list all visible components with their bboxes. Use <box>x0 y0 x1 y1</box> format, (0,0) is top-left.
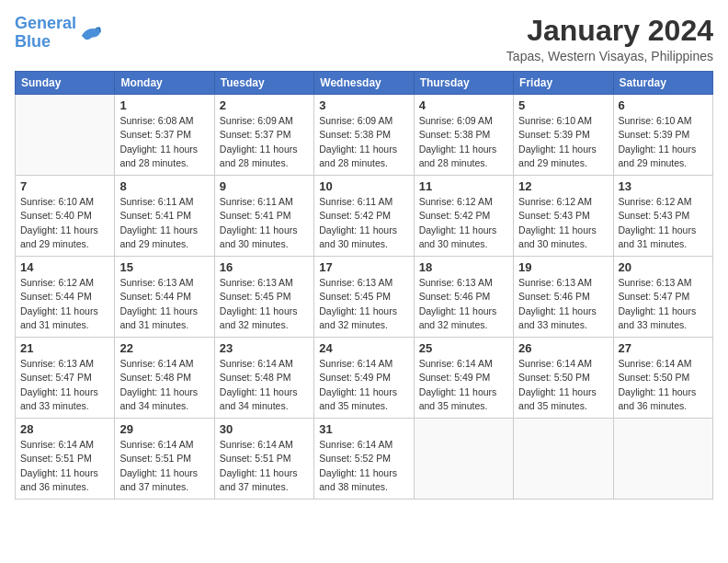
day-number: 20 <box>619 260 708 274</box>
day-number: 16 <box>220 260 309 274</box>
calendar-cell: 14Sunrise: 6:12 AMSunset: 5:44 PMDayligh… <box>16 257 115 338</box>
calendar-cell <box>514 419 613 500</box>
day-number: 29 <box>119 422 209 436</box>
day-number: 18 <box>419 260 508 274</box>
day-info: Sunrise: 6:11 AMSunset: 5:41 PMDaylight:… <box>220 195 309 251</box>
day-info: Sunrise: 6:10 AMSunset: 5:39 PMDaylight:… <box>619 114 708 170</box>
day-info: Sunrise: 6:12 AMSunset: 5:43 PMDaylight:… <box>518 195 608 251</box>
calendar-cell: 1Sunrise: 6:08 AMSunset: 5:37 PMDaylight… <box>115 95 214 176</box>
day-number: 31 <box>319 422 408 436</box>
calendar-cell: 18Sunrise: 6:13 AMSunset: 5:46 PMDayligh… <box>414 257 513 338</box>
day-info: Sunrise: 6:11 AMSunset: 5:42 PMDaylight:… <box>319 195 408 251</box>
calendar-cell: 27Sunrise: 6:14 AMSunset: 5:50 PMDayligh… <box>613 338 712 419</box>
calendar-week-row: 14Sunrise: 6:12 AMSunset: 5:44 PMDayligh… <box>16 257 713 338</box>
day-info: Sunrise: 6:12 AMSunset: 5:42 PMDaylight:… <box>419 195 508 251</box>
day-info: Sunrise: 6:10 AMSunset: 5:39 PMDaylight:… <box>518 114 608 170</box>
day-number: 19 <box>518 260 608 274</box>
calendar-table: SundayMondayTuesdayWednesdayThursdayFrid… <box>15 71 713 500</box>
calendar-cell: 2Sunrise: 6:09 AMSunset: 5:37 PMDaylight… <box>214 95 313 176</box>
calendar-cell: 21Sunrise: 6:13 AMSunset: 5:47 PMDayligh… <box>16 338 115 419</box>
day-info: Sunrise: 6:09 AMSunset: 5:38 PMDaylight:… <box>319 114 408 170</box>
day-info: Sunrise: 6:14 AMSunset: 5:48 PMDaylight:… <box>220 357 309 413</box>
day-number: 28 <box>20 422 109 436</box>
calendar-cell: 23Sunrise: 6:14 AMSunset: 5:48 PMDayligh… <box>214 338 313 419</box>
header-sunday: Sunday <box>16 72 115 95</box>
location-subtitle: Tapas, Western Visayas, Philippines <box>506 49 713 63</box>
calendar-cell: 30Sunrise: 6:14 AMSunset: 5:51 PMDayligh… <box>214 419 313 500</box>
day-info: Sunrise: 6:08 AMSunset: 5:37 PMDaylight:… <box>119 114 209 170</box>
day-number: 5 <box>518 98 608 112</box>
day-number: 13 <box>619 179 708 193</box>
calendar-cell: 16Sunrise: 6:13 AMSunset: 5:45 PMDayligh… <box>214 257 313 338</box>
day-number: 1 <box>119 98 209 112</box>
day-number: 26 <box>518 341 608 355</box>
logo-bird-icon <box>78 20 104 46</box>
day-info: Sunrise: 6:13 AMSunset: 5:47 PMDaylight:… <box>619 276 708 332</box>
header-saturday: Saturday <box>613 72 712 95</box>
day-number: 3 <box>319 98 408 112</box>
calendar-week-row: 21Sunrise: 6:13 AMSunset: 5:47 PMDayligh… <box>16 338 713 419</box>
day-info: Sunrise: 6:14 AMSunset: 5:51 PMDaylight:… <box>119 438 209 494</box>
day-info: Sunrise: 6:11 AMSunset: 5:41 PMDaylight:… <box>119 195 209 251</box>
calendar-cell: 10Sunrise: 6:11 AMSunset: 5:42 PMDayligh… <box>314 176 414 257</box>
calendar-cell <box>414 419 513 500</box>
calendar-cell: 28Sunrise: 6:14 AMSunset: 5:51 PMDayligh… <box>16 419 115 500</box>
day-info: Sunrise: 6:14 AMSunset: 5:50 PMDaylight:… <box>518 357 608 413</box>
calendar-cell <box>613 419 712 500</box>
day-info: Sunrise: 6:14 AMSunset: 5:49 PMDaylight:… <box>419 357 508 413</box>
calendar-cell: 19Sunrise: 6:13 AMSunset: 5:46 PMDayligh… <box>514 257 613 338</box>
day-number: 22 <box>119 341 209 355</box>
day-info: Sunrise: 6:14 AMSunset: 5:48 PMDaylight:… <box>119 357 209 413</box>
day-number: 6 <box>619 98 708 112</box>
logo-text: General Blue <box>15 15 76 52</box>
logo: General Blue <box>15 15 104 52</box>
calendar-week-row: 1Sunrise: 6:08 AMSunset: 5:37 PMDaylight… <box>16 95 713 176</box>
day-info: Sunrise: 6:14 AMSunset: 5:51 PMDaylight:… <box>220 438 309 494</box>
calendar-cell: 13Sunrise: 6:12 AMSunset: 5:43 PMDayligh… <box>613 176 712 257</box>
day-info: Sunrise: 6:09 AMSunset: 5:37 PMDaylight:… <box>220 114 309 170</box>
day-number: 17 <box>319 260 408 274</box>
day-info: Sunrise: 6:14 AMSunset: 5:52 PMDaylight:… <box>319 438 408 494</box>
logo-general: General <box>15 14 76 32</box>
day-info: Sunrise: 6:14 AMSunset: 5:51 PMDaylight:… <box>20 438 109 494</box>
calendar-cell: 5Sunrise: 6:10 AMSunset: 5:39 PMDaylight… <box>514 95 613 176</box>
day-info: Sunrise: 6:13 AMSunset: 5:47 PMDaylight:… <box>20 357 109 413</box>
day-number: 24 <box>319 341 408 355</box>
month-title: January 2024 <box>506 15 713 47</box>
day-info: Sunrise: 6:13 AMSunset: 5:45 PMDaylight:… <box>319 276 408 332</box>
calendar-cell: 15Sunrise: 6:13 AMSunset: 5:44 PMDayligh… <box>115 257 214 338</box>
calendar-cell <box>16 95 115 176</box>
day-number: 15 <box>119 260 209 274</box>
day-info: Sunrise: 6:13 AMSunset: 5:46 PMDaylight:… <box>518 276 608 332</box>
day-info: Sunrise: 6:13 AMSunset: 5:46 PMDaylight:… <box>419 276 508 332</box>
calendar-cell: 7Sunrise: 6:10 AMSunset: 5:40 PMDaylight… <box>16 176 115 257</box>
calendar-cell: 26Sunrise: 6:14 AMSunset: 5:50 PMDayligh… <box>514 338 613 419</box>
day-info: Sunrise: 6:10 AMSunset: 5:40 PMDaylight:… <box>20 195 109 251</box>
day-number: 12 <box>518 179 608 193</box>
day-info: Sunrise: 6:13 AMSunset: 5:45 PMDaylight:… <box>220 276 309 332</box>
day-info: Sunrise: 6:14 AMSunset: 5:50 PMDaylight:… <box>619 357 708 413</box>
day-number: 14 <box>20 260 109 274</box>
calendar-cell: 25Sunrise: 6:14 AMSunset: 5:49 PMDayligh… <box>414 338 513 419</box>
title-block: January 2024 Tapas, Western Visayas, Phi… <box>506 15 713 63</box>
day-number: 4 <box>419 98 508 112</box>
day-info: Sunrise: 6:14 AMSunset: 5:49 PMDaylight:… <box>319 357 408 413</box>
day-number: 9 <box>220 179 309 193</box>
calendar-cell: 24Sunrise: 6:14 AMSunset: 5:49 PMDayligh… <box>314 338 414 419</box>
day-number: 21 <box>20 341 109 355</box>
calendar-cell: 29Sunrise: 6:14 AMSunset: 5:51 PMDayligh… <box>115 419 214 500</box>
calendar-week-row: 28Sunrise: 6:14 AMSunset: 5:51 PMDayligh… <box>16 419 713 500</box>
calendar-cell: 4Sunrise: 6:09 AMSunset: 5:38 PMDaylight… <box>414 95 513 176</box>
header-thursday: Thursday <box>414 72 513 95</box>
day-info: Sunrise: 6:12 AMSunset: 5:43 PMDaylight:… <box>619 195 708 251</box>
calendar-cell: 6Sunrise: 6:10 AMSunset: 5:39 PMDaylight… <box>613 95 712 176</box>
header-friday: Friday <box>514 72 613 95</box>
calendar-cell: 11Sunrise: 6:12 AMSunset: 5:42 PMDayligh… <box>414 176 513 257</box>
calendar-cell: 3Sunrise: 6:09 AMSunset: 5:38 PMDaylight… <box>314 95 414 176</box>
day-number: 25 <box>419 341 508 355</box>
day-number: 23 <box>220 341 309 355</box>
day-number: 27 <box>619 341 708 355</box>
calendar-cell: 12Sunrise: 6:12 AMSunset: 5:43 PMDayligh… <box>514 176 613 257</box>
day-number: 8 <box>119 179 209 193</box>
day-info: Sunrise: 6:09 AMSunset: 5:38 PMDaylight:… <box>419 114 508 170</box>
